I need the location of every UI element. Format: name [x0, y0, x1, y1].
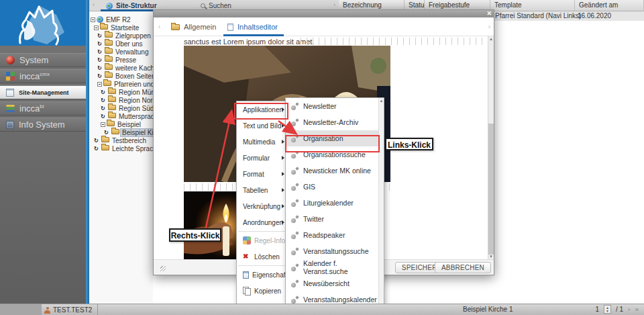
- menu-item-label: Löschen: [254, 253, 280, 261]
- submenu-arrow-icon: [282, 188, 284, 192]
- menu-item-format[interactable]: Format: [237, 166, 288, 182]
- tab-label: Site-Struktur: [116, 2, 157, 9]
- sidebar-item-site-management[interactable]: Site-Management: [0, 85, 86, 99]
- submenu-item-gis[interactable]: GIS: [286, 179, 378, 195]
- collapse-icon[interactable]: [94, 26, 99, 30]
- chevron-right-icon[interactable]: ›: [488, 23, 490, 30]
- app-icon: [291, 264, 299, 271]
- sidebar-item-label: System: [19, 55, 48, 65]
- refresh-icon: [97, 57, 103, 63]
- globe-icon: [97, 16, 103, 23]
- app-icon: [291, 248, 299, 255]
- tree-item-presse[interactable]: Presse: [89, 56, 153, 64]
- submenu-item-kalender-f-veranst-suche[interactable]: Kalender f. Veranst.suche: [286, 259, 378, 275]
- tree-item-label: Startseite: [109, 24, 140, 32]
- system-icon: [6, 56, 15, 64]
- submenu-item-organisationssuche[interactable]: Organisationssuche: [286, 146, 378, 163]
- submenu-item-liturgiekalender[interactable]: Liturgiekalender: [286, 195, 378, 211]
- scrollbar-thumb[interactable]: [488, 124, 494, 255]
- menu-item-anordnungen[interactable]: Anordnungen: [237, 214, 288, 230]
- tree-item-region-s-d[interactable]: Region Süd: [89, 104, 153, 112]
- tree-item-label: Testbereich: [111, 137, 148, 144]
- submenu-item-readspeaker[interactable]: Readspeaker: [286, 227, 378, 243]
- folder-icon: [101, 145, 109, 150]
- scroll-up-icon[interactable]: ▲: [379, 99, 384, 103]
- document-icon: [227, 24, 233, 31]
- menu-item-eigenschaften[interactable]: Eigenschaften: [237, 267, 288, 283]
- tree-item-ber-uns[interactable]: Über uns: [89, 40, 153, 48]
- submenu-arrow-icon: [282, 204, 284, 208]
- tree-item-verwaltung[interactable]: Verwaltung: [89, 48, 153, 56]
- submenu-scrollbar[interactable]: ▲: [378, 98, 384, 306]
- menu-item-label: Text und Bild: [243, 122, 281, 130]
- dialog-titlebar[interactable]: [154, 10, 494, 17]
- collapse-icon[interactable]: [101, 122, 105, 127]
- menu-item-text-und-bild[interactable]: Text und Bild: [237, 118, 288, 134]
- vertical-scrollbar[interactable]: ▲ ▼: [488, 36, 494, 259]
- sidebar-item-inccabi[interactable]: inccabi: [0, 101, 86, 116]
- folder-icon: [100, 24, 108, 30]
- scroll-down-icon[interactable]: ▼: [488, 255, 494, 259]
- chevron-left-icon[interactable]: ‹: [158, 23, 160, 30]
- tree-item-emf-r2[interactable]: EMF R2: [89, 15, 153, 24]
- submenu-item-twitter[interactable]: Twitter: [286, 211, 378, 227]
- menu-item-multimedia[interactable]: Multimedia: [237, 134, 288, 150]
- folder-icon: [105, 73, 113, 78]
- menu-item-tabellen[interactable]: Tabellen: [237, 182, 288, 198]
- tree-item-testbereich[interactable]: Testbereich: [89, 136, 153, 144]
- sidebar-item-system[interactable]: System: [0, 53, 86, 67]
- last-page-icon[interactable]: »: [635, 306, 639, 313]
- submenu-item-label: Newsletter-Archiv: [303, 118, 358, 126]
- column-header-template[interactable]: Template: [490, 0, 575, 11]
- tab-inhaltseditor[interactable]: Inhaltseditor: [227, 17, 278, 36]
- tab-allgemein[interactable]: Allgemein: [171, 17, 216, 36]
- menu-item-verkn-pfung[interactable]: Verknüpfung: [237, 198, 288, 214]
- page-stepper[interactable]: ▲▼: [604, 305, 611, 314]
- refresh-icon: [97, 33, 103, 39]
- submenu-item-news-bersicht[interactable]: Newsübersicht: [286, 275, 378, 291]
- submenu-item-newsletter-archiv[interactable]: Newsletter-Archiv: [286, 114, 378, 130]
- submenu-item-organisation[interactable]: Organisation: [286, 130, 378, 146]
- tree-item-pfarreien-und-p[interactable]: Pfarreien und P: [89, 80, 153, 88]
- menu-item-formular[interactable]: Formular: [237, 150, 288, 166]
- menu-separator: [238, 231, 286, 232]
- submenu-item-veranstaltungssuche[interactable]: Veranstaltungssuche: [286, 243, 378, 259]
- tree-item-region-nord[interactable]: Region Nord: [89, 96, 153, 104]
- refresh-icon: [101, 114, 107, 120]
- chevron-right-icon[interactable]: ›: [333, 1, 335, 8]
- submenu-item-newsticker-mk-online[interactable]: Newsticker MK online: [286, 163, 378, 179]
- menu-item-applikationen[interactable]: Applikationen: [237, 101, 288, 118]
- tree-item-region-m-nc[interactable]: Region Münc: [89, 88, 153, 96]
- tree-item-leichte-sprache[interactable]: Leichte Sprache: [89, 144, 153, 152]
- submenu-item-newsletter[interactable]: Newsletter: [286, 98, 378, 114]
- collapse-icon[interactable]: [97, 82, 102, 87]
- folder-icon: [108, 97, 116, 102]
- column-header-ge-ndert-am[interactable]: Geändert am: [575, 0, 644, 11]
- sidebar-item-inccacmx[interactable]: inccacmx: [0, 69, 86, 83]
- tree-item-beispiel[interactable]: Beispiel: [89, 120, 153, 128]
- tree-item-startseite[interactable]: Startseite: [89, 24, 153, 32]
- scroll-up-icon[interactable]: ▲: [488, 37, 494, 41]
- menu-item-regel-info: Regel-Info: [237, 232, 288, 249]
- tree-item-beispiel-ki[interactable]: Beispiel Ki: [89, 128, 153, 136]
- sidebar-item-info-system[interactable]: Info System: [0, 118, 86, 132]
- menu-item-kopieren[interactable]: Kopieren: [237, 283, 288, 299]
- tree-item-label: Boxen Seitenen: [114, 73, 153, 80]
- app-icon: [291, 103, 299, 110]
- next-page-icon[interactable]: ›: [628, 306, 630, 313]
- page-total: / 1: [616, 306, 623, 313]
- chevron-left-icon[interactable]: ‹: [93, 1, 95, 8]
- tree-item-muttersprach[interactable]: Muttersprach: [89, 112, 153, 120]
- cancel-button[interactable]: ABBRECHEN: [435, 262, 491, 273]
- tree-item-zielgruppen[interactable]: Zielgruppen: [89, 32, 153, 40]
- tree-item-boxen-seitenen[interactable]: Boxen Seitenen: [89, 72, 153, 80]
- folder-icon: [105, 32, 113, 38]
- menu-item-l-schen[interactable]: Löschen: [237, 249, 288, 265]
- tab-label: Allgemein: [184, 23, 216, 31]
- refresh-icon: [94, 146, 100, 152]
- close-icon[interactable]: [486, 10, 492, 17]
- tree-item-weitere-kacheln[interactable]: weitere Kacheln: [89, 64, 153, 72]
- body-text: sanctus est Lorem ipsum dolor sit amet.: [184, 38, 314, 46]
- resize-grip[interactable]: [160, 266, 166, 271]
- collapse-icon[interactable]: [91, 17, 95, 22]
